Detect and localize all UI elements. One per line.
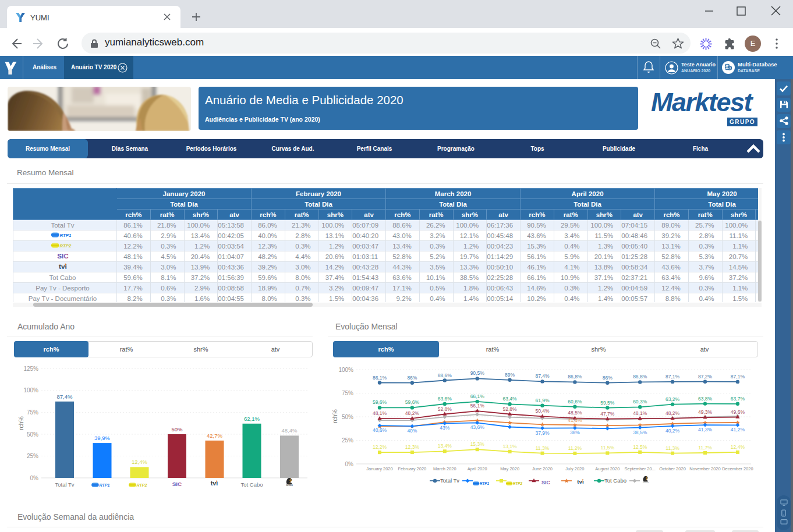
svg-text:rch%: rch%	[331, 409, 338, 423]
svg-text:12,2%: 12,2%	[373, 444, 387, 450]
svg-text:12,4%: 12,4%	[731, 444, 745, 450]
svg-text:12,3%: 12,3%	[405, 444, 420, 450]
svg-text:0%: 0%	[345, 461, 354, 467]
svg-text:48,1%: 48,1%	[373, 410, 387, 416]
svg-text:0%: 0%	[30, 475, 39, 481]
svg-text:63,2%: 63,2%	[665, 396, 680, 402]
svg-text:59,6%: 59,6%	[405, 399, 420, 405]
svg-text:13,4%: 13,4%	[438, 443, 452, 449]
svg-text:SIC: SIC	[541, 480, 551, 485]
svg-text:63,6%: 63,6%	[438, 396, 452, 402]
svg-text:June 2020: June 2020	[532, 466, 553, 471]
svg-text:63,8%: 63,8%	[698, 396, 713, 402]
svg-text:40,2%: 40,2%	[665, 428, 680, 434]
svg-text:RTP1: RTP1	[100, 483, 110, 488]
svg-text:25%: 25%	[342, 437, 353, 444]
svg-text:62,1%: 62,1%	[244, 416, 260, 422]
svg-text:Tot Cabo: Tot Cabo	[604, 477, 626, 484]
svg-text:May 2020: May 2020	[500, 466, 519, 471]
svg-text:88,6%: 88,6%	[438, 373, 452, 378]
svg-text:41,3%: 41,3%	[568, 417, 582, 423]
svg-text:125%: 125%	[23, 366, 38, 372]
svg-text:11,5%: 11,5%	[601, 445, 615, 451]
svg-text:86,1%: 86,1%	[373, 375, 387, 381]
svg-text:13,1%: 13,1%	[503, 444, 518, 449]
svg-text:37,9%: 37,9%	[535, 430, 550, 436]
svg-text:100%: 100%	[23, 387, 38, 393]
svg-text:50,4%: 50,4%	[535, 408, 550, 414]
svg-text:87,2%: 87,2%	[698, 374, 713, 380]
svg-text:43%: 43%	[440, 425, 449, 431]
svg-text:87,4%: 87,4%	[57, 393, 73, 400]
svg-text:April 2020: April 2020	[468, 466, 487, 471]
svg-text:60,6%: 60,6%	[568, 399, 582, 405]
svg-text:Total Tv: Total Tv	[55, 481, 74, 488]
svg-text:48,2%: 48,2%	[405, 410, 420, 416]
svg-text:49,3%: 49,3%	[698, 409, 713, 415]
svg-text:61,9%: 61,9%	[535, 398, 550, 403]
svg-text:Tot Cabo: Tot Cabo	[240, 481, 263, 488]
svg-text:48,4%: 48,4%	[282, 427, 298, 434]
svg-text:12,4%: 12,4%	[132, 459, 147, 465]
svg-text:100%: 100%	[338, 367, 353, 373]
svg-text:September 20...: September 20...	[625, 466, 656, 471]
svg-text:SIC: SIC	[172, 481, 182, 487]
svg-text:90,5%: 90,5%	[470, 370, 485, 376]
svg-text:RTP1: RTP1	[480, 481, 490, 485]
svg-text:50%: 50%	[342, 414, 353, 420]
svg-text:January 2020: January 2020	[366, 466, 392, 471]
svg-text:87,1%: 87,1%	[665, 374, 680, 380]
svg-text:RTP2: RTP2	[59, 243, 71, 249]
svg-text:86%: 86%	[407, 375, 417, 381]
svg-text:11,3%: 11,3%	[665, 445, 679, 451]
svg-text:rch%: rch%	[17, 416, 24, 430]
svg-text:15,3%: 15,3%	[470, 441, 485, 447]
svg-text:RTP1: RTP1	[59, 233, 71, 238]
svg-text:OUTROS: OUTROS	[286, 484, 293, 487]
svg-text:RTP2: RTP2	[137, 483, 147, 488]
svg-text:75%: 75%	[342, 390, 353, 396]
svg-text:OUTROS: OUTROS	[643, 482, 649, 484]
svg-text:42,7%: 42,7%	[207, 432, 222, 439]
svg-text:March 2020: March 2020	[433, 466, 456, 471]
svg-text:47,7%: 47,7%	[600, 411, 615, 417]
svg-text:RTP2: RTP2	[513, 481, 523, 485]
svg-text:50%: 50%	[27, 431, 38, 438]
svg-text:60,3%: 60,3%	[633, 399, 647, 405]
svg-text:February 2020: February 2020	[398, 466, 427, 471]
svg-text:48,2%: 48,2%	[665, 410, 680, 416]
svg-text:August 2020: August 2020	[595, 466, 619, 471]
svg-text:89%: 89%	[505, 372, 515, 378]
svg-text:October 2020: October 2020	[659, 466, 685, 471]
svg-text:59,5%: 59,5%	[600, 400, 615, 406]
svg-text:39,9%: 39,9%	[94, 435, 110, 441]
svg-text:November 2020: November 2020	[689, 466, 720, 471]
svg-text:52,8%: 52,8%	[438, 406, 452, 412]
svg-text:87,4%: 87,4%	[535, 373, 550, 379]
svg-text:52,8%: 52,8%	[503, 406, 518, 412]
svg-text:40,6%: 40,6%	[373, 427, 387, 433]
svg-text:25%: 25%	[27, 453, 38, 459]
svg-text:40%: 40%	[407, 428, 417, 434]
svg-text:50%: 50%	[171, 426, 183, 432]
svg-text:48,5%: 48,5%	[568, 410, 582, 416]
svg-text:63,4%: 63,4%	[503, 396, 518, 402]
svg-text:38,5%: 38,5%	[633, 430, 647, 435]
svg-text:86%: 86%	[603, 375, 613, 381]
svg-text:11,7%: 11,7%	[698, 445, 712, 451]
svg-text:66,1%: 66,1%	[470, 393, 485, 399]
svg-text:Total Tv: Total Tv	[440, 477, 459, 484]
svg-text:86,8%: 86,8%	[568, 374, 582, 380]
svg-text:59,6%: 59,6%	[373, 399, 387, 405]
svg-text:12,5%: 12,5%	[633, 444, 647, 450]
svg-text:41,2%: 41,2%	[731, 427, 745, 432]
svg-text:48,1%: 48,1%	[633, 410, 647, 416]
svg-text:July 2020: July 2020	[565, 466, 584, 471]
svg-text:49,6%: 49,6%	[731, 409, 745, 415]
svg-text:75%: 75%	[27, 409, 38, 416]
svg-text:11,2%: 11,2%	[568, 445, 582, 451]
svg-text:11,3%: 11,3%	[536, 445, 550, 451]
svg-text:38%: 38%	[570, 430, 580, 435]
svg-text:SIC: SIC	[57, 252, 69, 260]
svg-text:56,1%: 56,1%	[470, 403, 485, 409]
